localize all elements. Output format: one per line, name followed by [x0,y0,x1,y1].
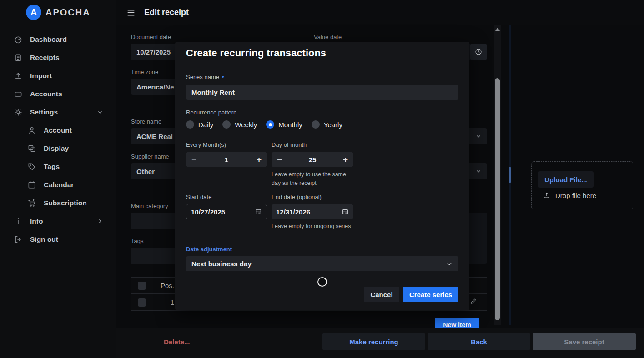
save-receipt-button[interactable]: Save receipt [533,333,636,350]
start-date-value: 10/27/2025 [191,208,225,216]
recurrence-options: Daily Weekly Monthly Yearly [186,120,345,129]
dashboard-icon [14,35,23,44]
scrollbar-up-arrow[interactable] [495,28,500,31]
date-adjustment-select[interactable]: Next business day [186,256,458,271]
menu-icon[interactable] [126,8,136,18]
sidebar-item-tags[interactable]: Tags [0,158,116,176]
sidebar-item-label: Display [44,144,69,153]
radio-selected-icon [266,120,274,129]
receipt-icon [14,53,23,62]
radio-icon [222,120,231,129]
radio-monthly[interactable]: Monthly [266,120,302,129]
gear-icon [14,108,23,117]
mouse-cursor-indicator [317,277,327,287]
clock-icon [474,48,483,56]
series-name-input[interactable]: Monthly Rent [186,85,458,100]
sidebar-item-settings[interactable]: Settings [0,103,116,121]
radio-daily[interactable]: Daily [186,120,213,129]
action-bar: Delete... Make recurring Back Save recei… [116,328,644,358]
plus-button[interactable]: + [343,155,348,164]
create-series-button[interactable]: Create series [403,287,458,302]
sidebar-item-label: Settings [30,108,58,116]
value-date-label: Value date [314,34,342,40]
calendar-icon [27,180,36,189]
end-date-label: End date (optional) [272,194,322,200]
minus-button[interactable]: − [277,155,282,164]
start-date-input[interactable]: 10/27/2025 [186,204,267,219]
end-date-value: 12/31/2026 [276,208,310,216]
sidebar-item-accounts[interactable]: Accounts [0,85,116,103]
info-icon [14,217,23,226]
clock-button[interactable] [470,44,487,60]
top-bar: Edit receipt [116,0,644,25]
sidebar-item-label: Import [30,72,52,80]
recurrence-pattern-label: Recurrence pattern [186,109,236,116]
chevron-down-icon [475,168,482,174]
delete-button[interactable]: Delete... [164,338,190,346]
sidebar-item-label: Subscription [44,199,87,207]
edit-pencil-icon[interactable] [470,298,477,305]
back-button[interactable]: Back [428,333,530,350]
sidebar-item-subscription[interactable]: Subscription [0,194,116,212]
sidebar-item-dashboard[interactable]: Dashboard [0,30,116,49]
day-of-month-label: Day of month [272,141,307,148]
cancel-button[interactable]: Cancel [364,287,399,302]
chevron-down-icon [446,260,453,268]
date-adjustment-value: Next business day [191,260,252,268]
sidebar-item-label: Dashboard [30,35,67,44]
pos-column-header: Pos. [146,282,174,289]
sidebar-item-display[interactable]: Display [0,139,116,158]
series-name-label: Series name [186,74,224,80]
sidebar-item-label: Sign out [30,235,58,244]
chevron-right-icon [97,218,103,224]
radio-weekly[interactable]: Weekly [222,120,257,129]
end-date-helper: Leave empty for ongoing series [272,222,358,231]
day-of-month-value: 25 [309,156,317,164]
logo-icon: A [26,5,41,20]
sidebar-item-calendar[interactable]: Calendar [0,176,116,194]
sidebar-item-label: Info [30,217,43,225]
plus-button[interactable]: + [257,155,262,164]
page-title: Edit receipt [144,8,189,17]
time-zone-label: Time zone [131,69,158,75]
supplier-name-label: Supplier name [131,153,169,160]
upload-file-button[interactable]: Upload File... [538,171,594,188]
wallet-icon [14,90,23,99]
radio-icon [312,120,320,129]
dialog-title: Create recurring transactions [186,47,326,59]
sidebar-item-label: Calendar [44,181,74,189]
sidebar-item-sign-out[interactable]: Sign out [0,230,116,249]
end-date-input[interactable]: 12/31/2026 [272,204,353,219]
chevron-down-icon [97,109,103,115]
cart-plus-icon [27,199,36,208]
document-date-label: Document date [131,34,171,40]
sidebar-item-label: Tags [44,163,60,171]
sidebar-item-label: Receipts [30,54,60,62]
sidebar-item-import[interactable]: Import [0,67,116,85]
radio-icon [186,120,194,129]
start-date-label: Start date [186,194,211,200]
required-dot [222,76,224,78]
person-icon [27,126,36,135]
create-recurring-dialog: Create recurring transactions Series nam… [175,42,469,310]
sidebar-item-info[interactable]: Info [0,212,116,230]
sidebar-item-label: Account [44,126,72,134]
radio-yearly[interactable]: Yearly [312,120,342,129]
sidebar-item-account[interactable]: Account [0,121,116,139]
every-month-stepper: − 1 + [186,152,267,167]
sidebar-item-label: Accounts [30,90,62,98]
select-all-checkbox[interactable] [138,282,146,290]
every-month-label: Every Month(s) [186,141,226,148]
sidebar-item-receipts[interactable]: Receipts [0,49,116,67]
make-recurring-button[interactable]: Make recurring [322,333,425,350]
pane-scrollbar-thumb[interactable] [509,167,511,183]
tags-label: Tags [131,238,143,244]
date-adjustment-label: Date adjustment [186,246,232,253]
scrollbar-thumb[interactable] [495,78,500,320]
upload-tray-icon [543,191,551,199]
brand-name: APOCHA [45,7,91,18]
app-logo[interactable]: A APOCHA [26,5,91,20]
minus-button[interactable]: − [191,155,196,164]
row-checkbox[interactable] [138,298,146,307]
day-of-month-helper: Leave empty to use the same day as the r… [272,170,353,188]
